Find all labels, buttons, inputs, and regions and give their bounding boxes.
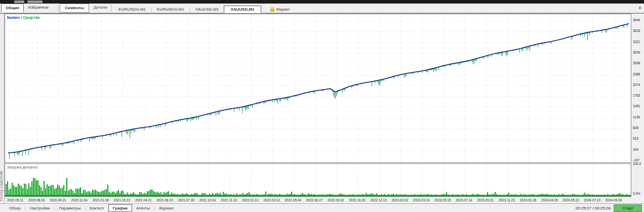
panel-tab-Детали[interactable]: Детали [89, 4, 112, 13]
y-axis-label: 2698 [633, 61, 640, 65]
date-label: 2023.05.15 [434, 198, 451, 202]
top-tab-row: ОбщиеИзбранное СимволыДетали EURUSDm,M1|… [0, 4, 644, 13]
tester-tab-bar: Обзор|Настройки|Параметры|БэктестГрафикА… [0, 203, 644, 212]
balance-chart[interactable] [5, 14, 631, 162]
title-strip [0, 0, 644, 4]
y-axis-label: -107 [633, 158, 639, 162]
tester-tab-Параметры[interactable]: Параметры [55, 205, 85, 211]
y-axis-label: 1763 [633, 94, 640, 97]
legend-balance: Баланс [7, 16, 20, 19]
panel-tab-Символы[interactable]: Символы [60, 4, 89, 13]
y-axis-label: 1451 [633, 104, 640, 108]
date-label: 2021.04.21 [135, 198, 152, 202]
tester-tab-График[interactable]: График [108, 204, 133, 212]
chart-legend: Баланс / Средства [7, 16, 39, 19]
tester-tab-Агенты[interactable]: Агенты [132, 205, 153, 211]
window-tab-Общие[interactable]: Общие [1, 4, 24, 12]
start-button[interactable]: Старт [614, 204, 642, 212]
date-label: 2022.06.27 [306, 198, 323, 202]
date-label: 2021.02.22 [114, 198, 131, 202]
overflow-icon[interactable] [639, 7, 641, 9]
date-label: 2023.09.21 [477, 198, 494, 202]
date-label: 2022.12.13 [370, 198, 387, 202]
date-label: 2021.11.19 [221, 198, 237, 202]
chart-tab-EURUSDm,M1[interactable]: EURUSDm,M1 [152, 6, 189, 13]
value-axis: 3944363333213009269823862074176314511139… [631, 14, 644, 196]
titlebar-mark [14, 1, 24, 3]
progress-time: 00:25:27 / 00:25:28 [576, 206, 611, 210]
date-label: 2020.09.21 [50, 198, 66, 202]
chart-tab-EURUSDm,M1[interactable]: EURUSDm,M1 [113, 6, 151, 13]
date-label: 2022.05.04 [285, 198, 302, 202]
date-label: 2022.09.02 [328, 198, 344, 202]
date-label: 2021.10.04 [199, 198, 216, 202]
date-label: 2023.02.02 [392, 198, 409, 202]
date-label: 2023.07.14 [456, 198, 472, 202]
separator [58, 5, 58, 12]
date-label: 2020.05.11 [7, 198, 23, 202]
titlebar-mark [27, 1, 43, 3]
chart-tab-XAUUSD,M1[interactable]: XAUUSD,M1 [190, 6, 224, 13]
market-tab[interactable]: Маркет [270, 7, 290, 12]
deposit-load-chart[interactable] [5, 164, 631, 196]
y-axis-label: 828 [633, 126, 638, 130]
chart-zone [5, 14, 631, 196]
date-label: 2024.07.10 [584, 198, 601, 202]
y-axis-label: 3321 [633, 40, 640, 44]
date-label: 2021.01.06 [93, 198, 109, 202]
tester-tab-Бэктест[interactable]: Бэктест [86, 205, 108, 211]
load-axis-label: 0.0% [633, 192, 640, 195]
tester-vertical-caption: Тестер стратегий [0, 171, 3, 201]
date-label: 2022.10.20 [349, 198, 366, 202]
load-axis-label: 100.0 [633, 162, 641, 165]
date-label: 2021.06.10 [156, 198, 173, 202]
chart-tab-XAUUSD,M1[interactable]: XAUUSD,M1 [224, 6, 261, 13]
tester-dock-strip[interactable]: Тестер стратегий [0, 14, 5, 203]
y-axis-label: 3944 [633, 18, 640, 22]
date-label: 2021.07.30 [178, 198, 194, 202]
deposit-load-label: Загрузка депозита [7, 165, 37, 169]
legend-equity: Средства [23, 16, 39, 19]
date-label: 2024.01.26 [520, 198, 537, 202]
y-axis-label: 3633 [633, 29, 640, 32]
market-label: Маркет [276, 7, 290, 12]
tester-tab-Настройки[interactable]: Настройки [26, 205, 54, 211]
date-axis: 2020.05.112020.08.032020.09.212020.11.04… [5, 196, 631, 203]
date-label: 2024.09.06 [606, 198, 622, 202]
date-label: 2022.03.10 [263, 198, 280, 202]
date-label: 2023.03.24 [413, 198, 430, 202]
date-label: 2024.05.22 [562, 198, 579, 202]
y-axis-label: 204 [633, 148, 638, 151]
chart-tabs: EURUSDm,M1|EURUSDm,M1|XAUUSD,M1XAUUSD,M1… [113, 5, 290, 13]
y-axis-label: 3009 [633, 51, 640, 54]
window-tabs: ОбщиеИзбранное [1, 4, 53, 12]
date-label: 2020.08.03 [28, 198, 45, 202]
tester-tab-Обзор[interactable]: Обзор [5, 205, 25, 211]
y-axis-label: 516 [633, 137, 638, 140]
date-label: 2023.11.23 [499, 198, 515, 202]
separator [111, 5, 111, 12]
strategy-tester-panel: Тестер стратегий Баланс / Средства Загру… [0, 13, 644, 212]
tester-tabs: Обзор|Настройки|Параметры|БэктестГрафикА… [5, 204, 178, 212]
tester-tab-Журнал[interactable]: Журнал [155, 205, 178, 211]
date-label: 2022.01.13 [242, 198, 259, 202]
y-axis-label: 1139 [633, 115, 640, 119]
date-label: 2024.04.05 [541, 198, 558, 202]
lock-icon [270, 7, 274, 12]
y-axis-label: 2074 [633, 83, 640, 87]
y-axis-label: 2386 [633, 72, 640, 76]
date-label: 2020.11.04 [71, 198, 88, 202]
window-tab-Избранное[interactable]: Избранное [24, 4, 53, 12]
panel-tabs: СимволыДетали [60, 4, 112, 13]
